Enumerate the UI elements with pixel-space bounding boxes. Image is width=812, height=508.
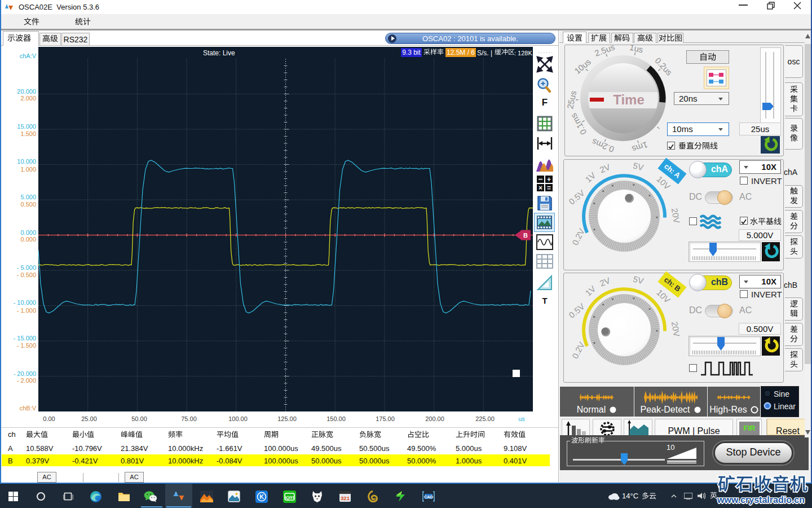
- svg-text:2V: 2V: [598, 163, 611, 175]
- svg-text:1V: 1V: [583, 284, 597, 298]
- svg-text:iQIYI: iQIYI: [285, 496, 294, 500]
- svg-text:CAD: CAD: [424, 494, 434, 500]
- svg-text:25us: 25us: [565, 90, 578, 110]
- svg-text:Time: Time: [613, 92, 645, 107]
- svg-text:=: =: [547, 184, 551, 192]
- svg-text:0.2V: 0.2V: [570, 340, 586, 360]
- svg-text:0.2V: 0.2V: [570, 227, 586, 247]
- svg-text:1V: 1V: [583, 170, 597, 185]
- svg-text:1us: 1us: [629, 42, 644, 55]
- svg-text:+: +: [547, 176, 551, 183]
- svg-text:321: 321: [341, 495, 350, 501]
- svg-text:5V: 5V: [632, 276, 645, 286]
- svg-text:20V: 20V: [670, 207, 682, 224]
- svg-text:0.2ms: 0.2ms: [590, 137, 615, 155]
- svg-text:B: B: [523, 232, 528, 239]
- svg-text:0.5V: 0.5V: [567, 188, 586, 207]
- svg-text:K: K: [259, 493, 264, 500]
- svg-text:5V: 5V: [632, 163, 645, 172]
- svg-text:20V: 20V: [670, 321, 682, 337]
- svg-text:×: ×: [539, 184, 542, 192]
- svg-text:2.5us: 2.5us: [593, 42, 616, 58]
- svg-text:0.5V: 0.5V: [567, 301, 586, 320]
- svg-text:1ms: 1ms: [631, 140, 649, 154]
- svg-text:2V: 2V: [598, 276, 611, 288]
